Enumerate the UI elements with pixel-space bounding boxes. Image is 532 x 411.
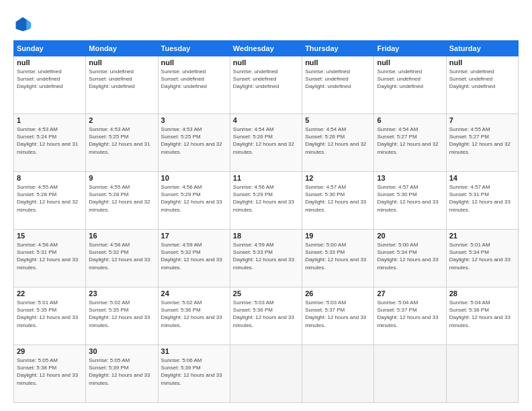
day-number: 8 (17, 174, 83, 182)
day-info: Sunrise: 5:00 AM Sunset: 5:33 PM Dayligh… (305, 241, 371, 271)
day-info: Sunrise: 4:59 AM Sunset: 5:33 PM Dayligh… (233, 241, 299, 271)
col-header-monday: Monday (86, 41, 158, 56)
calendar-cell: 9 Sunrise: 4:55 AM Sunset: 5:28 PM Dayli… (86, 172, 158, 230)
calendar-cell: 11 Sunrise: 4:56 AM Sunset: 5:29 PM Dayl… (230, 172, 302, 230)
day-number: null (233, 58, 299, 66)
calendar-table: SundayMondayTuesdayWednesdayThursdayFrid… (13, 40, 519, 403)
calendar-cell: 29 Sunrise: 5:05 AM Sunset: 5:38 PM Dayl… (14, 345, 86, 403)
calendar-cell (446, 345, 518, 403)
header (13, 12, 519, 34)
day-info: Sunrise: 4:56 AM Sunset: 5:29 PM Dayligh… (233, 183, 299, 214)
calendar-cell: 12 Sunrise: 4:57 AM Sunset: 5:30 PM Dayl… (302, 172, 374, 230)
day-info: Sunrise: 5:04 AM Sunset: 5:38 PM Dayligh… (449, 299, 515, 329)
calendar-header-row: SundayMondayTuesdayWednesdayThursdayFrid… (14, 41, 519, 56)
logo-icon (13, 15, 32, 34)
day-number: 25 (233, 289, 299, 298)
day-info: Sunrise: 5:01 AM Sunset: 5:35 PM Dayligh… (17, 299, 83, 329)
day-number: null (449, 58, 515, 66)
calendar-cell: null Sunrise: undefined Sunset: undefine… (230, 56, 302, 114)
day-info: Sunrise: 4:55 AM Sunset: 5:28 PM Dayligh… (89, 183, 154, 214)
day-info: Sunrise: 5:06 AM Sunset: 5:39 PM Dayligh… (161, 357, 227, 387)
day-number: 20 (377, 232, 443, 240)
calendar-cell: 25 Sunrise: 5:03 AM Sunset: 5:36 PM Dayl… (230, 287, 302, 345)
day-number: null (89, 58, 154, 66)
day-info: Sunrise: 4:54 AM Sunset: 5:26 PM Dayligh… (305, 126, 371, 156)
day-number: 17 (161, 232, 227, 240)
day-info: Sunrise: 5:02 AM Sunset: 5:36 PM Dayligh… (161, 299, 227, 329)
calendar-cell: 13 Sunrise: 4:57 AM Sunset: 5:30 PM Dayl… (374, 172, 446, 230)
col-header-tuesday: Tuesday (158, 41, 230, 56)
calendar-cell: 14 Sunrise: 4:57 AM Sunset: 5:31 PM Dayl… (446, 172, 518, 230)
calendar-cell: 19 Sunrise: 5:00 AM Sunset: 5:33 PM Dayl… (302, 230, 374, 287)
day-info: Sunrise: 5:05 AM Sunset: 5:38 PM Dayligh… (17, 357, 83, 387)
day-number: 29 (17, 347, 83, 355)
day-info: Sunrise: 4:57 AM Sunset: 5:31 PM Dayligh… (449, 183, 515, 214)
col-header-wednesday: Wednesday (230, 41, 302, 56)
day-info: Sunrise: 4:57 AM Sunset: 5:30 PM Dayligh… (305, 183, 371, 214)
day-number: 11 (233, 174, 299, 182)
day-number: 1 (17, 116, 83, 124)
calendar-week-3: 15 Sunrise: 4:58 AM Sunset: 5:31 PM Dayl… (14, 230, 519, 287)
calendar-cell: 21 Sunrise: 5:01 AM Sunset: 5:34 PM Dayl… (446, 230, 518, 287)
day-info: Sunrise: undefined Sunset: undefined Day… (233, 68, 299, 91)
day-info: Sunrise: undefined Sunset: undefined Day… (17, 68, 83, 91)
day-info: Sunrise: 4:53 AM Sunset: 5:24 PM Dayligh… (17, 126, 83, 156)
calendar-cell (302, 345, 374, 403)
day-info: Sunrise: 5:04 AM Sunset: 5:37 PM Dayligh… (377, 299, 443, 329)
day-number: 28 (449, 289, 515, 298)
day-info: Sunrise: 5:02 AM Sunset: 5:35 PM Dayligh… (89, 299, 154, 329)
calendar-cell: 24 Sunrise: 5:02 AM Sunset: 5:36 PM Dayl… (158, 287, 230, 345)
day-info: Sunrise: 4:57 AM Sunset: 5:30 PM Dayligh… (377, 183, 443, 214)
day-info: Sunrise: undefined Sunset: undefined Day… (89, 68, 154, 91)
day-info: Sunrise: 4:54 AM Sunset: 5:27 PM Dayligh… (377, 126, 443, 156)
calendar-cell: 5 Sunrise: 4:54 AM Sunset: 5:26 PM Dayli… (302, 114, 374, 172)
calendar-week-4: 22 Sunrise: 5:01 AM Sunset: 5:35 PM Dayl… (14, 287, 519, 345)
calendar-cell (374, 345, 446, 403)
day-number: 18 (233, 232, 299, 240)
calendar-cell: 2 Sunrise: 4:53 AM Sunset: 5:25 PM Dayli… (86, 114, 158, 172)
calendar-week-1: 1 Sunrise: 4:53 AM Sunset: 5:24 PM Dayli… (14, 114, 519, 172)
day-number: 31 (161, 347, 227, 355)
day-number: 16 (89, 232, 154, 240)
day-number: 26 (305, 289, 371, 298)
calendar-week-5: 29 Sunrise: 5:05 AM Sunset: 5:38 PM Dayl… (14, 345, 519, 403)
calendar-cell: null Sunrise: undefined Sunset: undefine… (446, 56, 518, 114)
day-number: 5 (305, 116, 371, 124)
day-number: 9 (89, 174, 154, 182)
logo (13, 15, 35, 34)
day-info: Sunrise: 5:00 AM Sunset: 5:34 PM Dayligh… (377, 241, 443, 271)
day-info: Sunrise: 5:01 AM Sunset: 5:34 PM Dayligh… (449, 241, 515, 271)
calendar-cell: null Sunrise: undefined Sunset: undefine… (374, 56, 446, 114)
day-number: 12 (305, 174, 371, 182)
day-info: Sunrise: 4:58 AM Sunset: 5:32 PM Dayligh… (89, 241, 154, 271)
calendar-cell: null Sunrise: undefined Sunset: undefine… (86, 56, 158, 114)
calendar-week-2: 8 Sunrise: 4:55 AM Sunset: 5:28 PM Dayli… (14, 172, 519, 230)
calendar-cell: 18 Sunrise: 4:59 AM Sunset: 5:33 PM Dayl… (230, 230, 302, 287)
calendar-cell: 22 Sunrise: 5:01 AM Sunset: 5:35 PM Dayl… (14, 287, 86, 345)
day-info: Sunrise: 4:56 AM Sunset: 5:29 PM Dayligh… (161, 183, 227, 214)
calendar-cell: null Sunrise: undefined Sunset: undefine… (14, 56, 86, 114)
day-info: Sunrise: undefined Sunset: undefined Day… (161, 68, 227, 91)
calendar-cell: 1 Sunrise: 4:53 AM Sunset: 5:24 PM Dayli… (14, 114, 86, 172)
day-info: Sunrise: 4:58 AM Sunset: 5:31 PM Dayligh… (17, 241, 83, 271)
day-number: 30 (89, 347, 154, 355)
day-number: 21 (449, 232, 515, 240)
day-info: Sunrise: 5:03 AM Sunset: 5:36 PM Dayligh… (233, 299, 299, 329)
day-number: 6 (377, 116, 443, 124)
day-number: null (305, 58, 371, 66)
day-number: 14 (449, 174, 515, 182)
calendar-cell: 28 Sunrise: 5:04 AM Sunset: 5:38 PM Dayl… (446, 287, 518, 345)
day-number: 13 (377, 174, 443, 182)
day-number: null (377, 58, 443, 66)
calendar-week-0: null Sunrise: undefined Sunset: undefine… (14, 56, 519, 114)
day-info: Sunrise: 5:05 AM Sunset: 5:39 PM Dayligh… (89, 357, 154, 387)
day-info: Sunrise: 4:53 AM Sunset: 5:25 PM Dayligh… (161, 126, 227, 156)
calendar-cell: 23 Sunrise: 5:02 AM Sunset: 5:35 PM Dayl… (86, 287, 158, 345)
day-number: 23 (89, 289, 154, 298)
col-header-sunday: Sunday (14, 41, 86, 56)
calendar-cell: 8 Sunrise: 4:55 AM Sunset: 5:28 PM Dayli… (14, 172, 86, 230)
calendar-cell: null Sunrise: undefined Sunset: undefine… (158, 56, 230, 114)
page: SundayMondayTuesdayWednesdayThursdayFrid… (0, 0, 532, 411)
calendar-cell: 10 Sunrise: 4:56 AM Sunset: 5:29 PM Dayl… (158, 172, 230, 230)
calendar-cell: 15 Sunrise: 4:58 AM Sunset: 5:31 PM Dayl… (14, 230, 86, 287)
